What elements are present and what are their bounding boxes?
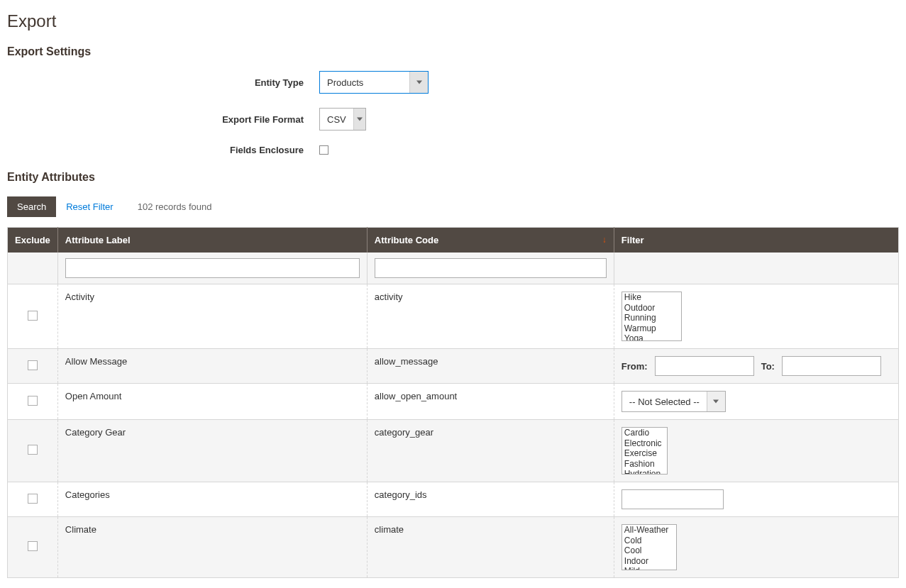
chevron-down-icon	[409, 72, 428, 93]
attr-label: Activity	[57, 284, 367, 349]
to-input[interactable]	[782, 356, 881, 376]
gear-multiselect[interactable]: Cardio Electronic Exercise Fashion Hydra…	[622, 427, 668, 475]
filter-attr-code-input[interactable]	[375, 258, 607, 278]
records-found: 102 records found	[138, 201, 212, 212]
climate-multiselect[interactable]: All-Weather Cold Cool Indoor Mild	[622, 524, 677, 570]
exclude-checkbox[interactable]	[28, 494, 38, 504]
exclude-checkbox[interactable]	[28, 396, 38, 406]
open-amount-select[interactable]: -- Not Selected --	[622, 391, 726, 412]
attr-code: climate	[367, 517, 614, 578]
entity-type-label: Entity Type	[7, 77, 319, 88]
categories-input[interactable]	[622, 489, 724, 509]
option[interactable]: Electronic	[622, 438, 667, 449]
exclude-checkbox[interactable]	[28, 360, 38, 370]
option[interactable]: Fashion	[622, 459, 667, 470]
chevron-down-icon	[707, 392, 725, 411]
option[interactable]: Exercise	[622, 448, 667, 459]
attr-label: Climate	[57, 517, 367, 578]
reset-filter-link[interactable]: Reset Filter	[66, 201, 113, 212]
option[interactable]: Hike	[622, 292, 681, 303]
attr-label: Category Gear	[57, 420, 367, 482]
exclude-checkbox[interactable]	[28, 445, 38, 455]
file-format-select[interactable]: CSV	[319, 108, 366, 131]
attr-code: category_ids	[367, 482, 614, 517]
option[interactable]: Running	[622, 313, 681, 323]
from-input[interactable]	[655, 356, 754, 376]
fields-enclosure-checkbox[interactable]	[319, 145, 328, 155]
activity-multiselect[interactable]: Hike Outdoor Running Warmup Yoga	[622, 292, 682, 341]
entity-type-value: Products	[320, 72, 409, 93]
option[interactable]: Cool	[622, 545, 676, 556]
option[interactable]: Yoga	[622, 333, 681, 341]
filter-attr-label-input[interactable]	[65, 258, 360, 278]
attr-label: Open Amount	[57, 384, 367, 420]
col-attr-code-text: Attribute Code	[375, 235, 438, 245]
select-value: -- Not Selected --	[622, 392, 707, 411]
col-attr-code[interactable]: Attribute Code ↓	[367, 228, 614, 253]
exclude-checkbox[interactable]	[28, 311, 38, 321]
attr-label: Categories	[57, 482, 367, 517]
svg-marker-2	[713, 400, 719, 404]
option[interactable]: Hydration	[622, 469, 667, 475]
file-format-label: Export File Format	[7, 114, 319, 125]
option[interactable]: All-Weather	[622, 525, 676, 536]
attr-code: category_gear	[367, 420, 614, 482]
svg-marker-0	[416, 81, 422, 84]
export-settings-heading: Export Settings	[7, 45, 899, 58]
option[interactable]: Cold	[622, 536, 676, 546]
exclude-checkbox[interactable]	[28, 541, 38, 551]
col-exclude: Exclude	[8, 228, 58, 253]
file-format-value: CSV	[320, 109, 353, 130]
col-attr-label[interactable]: Attribute Label	[57, 228, 367, 253]
page-title: Export	[7, 11, 899, 31]
svg-marker-1	[357, 118, 363, 121]
attr-code: allow_open_amount	[367, 384, 614, 420]
from-label: From:	[622, 361, 648, 372]
chevron-down-icon	[353, 109, 365, 130]
fields-enclosure-label: Fields Enclosure	[7, 145, 319, 155]
col-filter: Filter	[614, 228, 898, 253]
to-label: To:	[761, 361, 775, 372]
attributes-grid: Exclude Attribute Label Attribute Code ↓…	[7, 227, 899, 578]
attr-code: activity	[367, 284, 614, 349]
entity-type-select[interactable]: Products	[319, 71, 429, 94]
option[interactable]: Cardio	[622, 428, 667, 438]
attr-label: Allow Message	[57, 349, 367, 384]
entity-attributes-heading: Entity Attributes	[7, 171, 899, 184]
sort-down-icon: ↓	[602, 235, 607, 245]
option[interactable]: Mild	[622, 566, 676, 570]
attr-code: allow_message	[367, 349, 614, 384]
search-button[interactable]: Search	[7, 196, 56, 217]
option[interactable]: Indoor	[622, 556, 676, 567]
option[interactable]: Warmup	[622, 323, 681, 334]
option[interactable]: Outdoor	[622, 303, 681, 314]
